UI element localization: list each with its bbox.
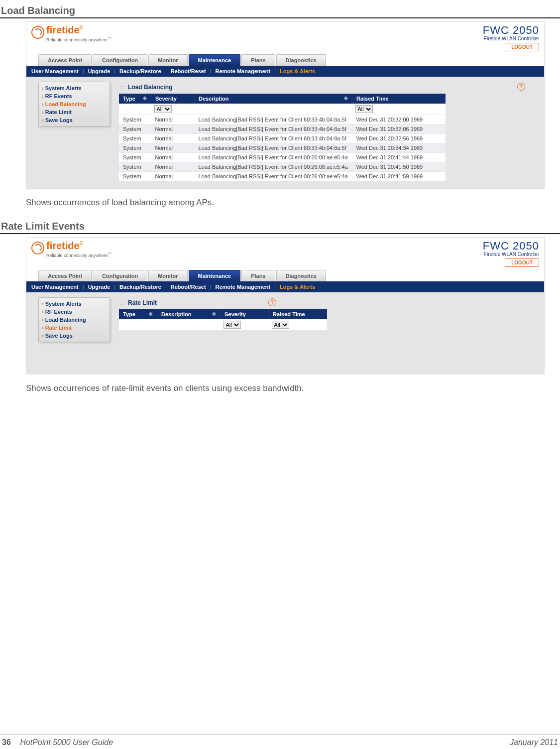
tab-configuration[interactable]: Configuration bbox=[93, 54, 147, 66]
subnav-remote-management[interactable]: Remote Management bbox=[216, 68, 271, 74]
side-system-alerts[interactable]: System Alerts bbox=[42, 84, 107, 92]
swirl-icon bbox=[31, 26, 44, 39]
help-icon[interactable]: ? bbox=[268, 298, 276, 306]
side-rf-events[interactable]: RF Events bbox=[42, 308, 107, 316]
side-load-balancing[interactable]: Load Balancing bbox=[42, 316, 107, 324]
subnav-backup-restore[interactable]: Backup/Restore bbox=[119, 284, 161, 290]
tab-access-point[interactable]: Access Point bbox=[38, 270, 92, 281]
time-filter[interactable]: All bbox=[355, 105, 373, 113]
subnav-logs-alerts[interactable]: Logs & Alerts bbox=[280, 68, 315, 74]
col-raised-time[interactable]: Raised Time bbox=[352, 94, 446, 104]
tab-monitor[interactable]: Monitor bbox=[148, 54, 187, 66]
brand-block: FWC 2050 Firetide WLAN Controller LOGOUT bbox=[483, 241, 539, 267]
tab-maintenance[interactable]: Maintenance bbox=[189, 54, 241, 66]
side-rate-limit[interactable]: Rate Limit bbox=[42, 108, 107, 116]
side-menu: System Alerts RF Events Load Balancing R… bbox=[38, 297, 110, 342]
tab-diagnostics[interactable]: Diagnostics bbox=[276, 270, 326, 281]
subnav-reboot-reset[interactable]: Reboot/Reset bbox=[171, 284, 206, 290]
col-raised-time[interactable]: Raised Time bbox=[269, 309, 327, 319]
section-title-load-balancing: Load Balancing bbox=[0, 3, 560, 18]
side-load-balancing[interactable]: Load Balancing bbox=[42, 100, 107, 108]
col-type[interactable]: Type◆ bbox=[119, 309, 157, 319]
events-table: Type◆ Severity Description◆ Raised Time … bbox=[119, 94, 446, 181]
severity-filter[interactable]: All bbox=[224, 321, 241, 329]
brand-subtitle: Firetide WLAN Controller bbox=[483, 251, 539, 257]
tab-monitor[interactable]: Monitor bbox=[148, 270, 187, 281]
col-description[interactable]: Description◆ bbox=[157, 309, 221, 319]
table-row: SystemNormalLoad Balancing[Bad RSSI] Eve… bbox=[119, 125, 446, 134]
tab-configuration[interactable]: Configuration bbox=[93, 270, 147, 281]
subnav-user-management[interactable]: User Management bbox=[31, 68, 79, 74]
swirl-icon bbox=[31, 242, 44, 254]
section-title-rate-limit: Rate Limit Events bbox=[0, 219, 560, 234]
brand-subtitle: Firetide WLAN Controller bbox=[483, 36, 539, 41]
col-description[interactable]: Description◆ bbox=[195, 94, 352, 104]
tab-plans[interactable]: Plans bbox=[241, 54, 275, 66]
subnav-reboot-reset[interactable]: Reboot/Reset bbox=[171, 68, 206, 74]
col-severity[interactable]: Severity bbox=[151, 94, 195, 104]
side-rf-events[interactable]: RF Events bbox=[42, 92, 107, 100]
logo: firetide® Reliable connectivity anywhere… bbox=[31, 25, 112, 42]
subnav-remote-management[interactable]: Remote Management bbox=[216, 284, 271, 290]
severity-filter[interactable]: All bbox=[154, 105, 172, 113]
caption-rate-limit: Shows occurrences of rate-limit events o… bbox=[0, 378, 560, 393]
col-type[interactable]: Type◆ bbox=[119, 94, 151, 104]
logo: firetide® Reliable connectivity anywhere… bbox=[31, 241, 112, 258]
events-table: Type◆ Description◆ Severity Raised Time … bbox=[119, 309, 327, 331]
page-number: 36 bbox=[2, 738, 11, 747]
logout-button[interactable]: LOGOUT bbox=[505, 258, 539, 267]
logo-tagline: Reliable connectivity anywhere™ bbox=[46, 251, 112, 258]
brand-model: FWC 2050 bbox=[483, 25, 539, 36]
panel-title: Rate Limit ? bbox=[119, 297, 544, 309]
screenshot-rate-limit: firetide® Reliable connectivity anywhere… bbox=[26, 237, 545, 374]
tab-plans[interactable]: Plans bbox=[241, 270, 275, 281]
tab-access-point[interactable]: Access Point bbox=[38, 54, 92, 66]
side-save-logs[interactable]: Save Logs bbox=[42, 116, 107, 124]
tab-maintenance[interactable]: Maintenance bbox=[189, 270, 241, 281]
time-filter[interactable]: All bbox=[272, 321, 289, 329]
subnav-upgrade[interactable]: Upgrade bbox=[88, 68, 111, 74]
subnav-logs-alerts[interactable]: Logs & Alerts bbox=[280, 284, 315, 290]
subnav-upgrade[interactable]: Upgrade bbox=[88, 284, 111, 290]
sub-nav: User Management| Upgrade| Backup/Restore… bbox=[26, 281, 544, 292]
subnav-backup-restore[interactable]: Backup/Restore bbox=[119, 68, 161, 74]
main-tabs: Access Point Configuration Monitor Maint… bbox=[26, 54, 544, 66]
tab-diagnostics[interactable]: Diagnostics bbox=[276, 54, 326, 66]
logo-text: firetide® bbox=[46, 241, 112, 250]
logo-tagline: Reliable connectivity anywhere™ bbox=[46, 36, 112, 42]
page-footer: 36 HotPoint 5000 User Guide January 2011 bbox=[0, 735, 560, 747]
subnav-user-management[interactable]: User Management bbox=[31, 284, 79, 290]
help-icon[interactable]: ? bbox=[517, 83, 525, 91]
table-row: SystemNormalLoad Balancing[Bad RSSI] Eve… bbox=[119, 143, 446, 153]
sub-nav: User Management| Upgrade| Backup/Restore… bbox=[26, 66, 544, 77]
brand-block: FWC 2050 Firetide WLAN Controller LOGOUT bbox=[483, 25, 539, 51]
main-tabs: Access Point Configuration Monitor Maint… bbox=[26, 270, 544, 281]
logout-button[interactable]: LOGOUT bbox=[505, 43, 539, 51]
table-row: SystemNormalLoad Balancing[Bad RSSI] Eve… bbox=[119, 162, 446, 172]
logo-text: firetide® bbox=[46, 25, 112, 35]
table-row: SystemNormalLoad Balancing[Bad RSSI] Eve… bbox=[119, 172, 446, 181]
guide-title: HotPoint 5000 User Guide bbox=[20, 738, 113, 747]
side-system-alerts[interactable]: System Alerts bbox=[42, 300, 107, 308]
table-row: SystemNormalLoad Balancing[Bad RSSI] Eve… bbox=[119, 153, 446, 162]
side-menu: System Alerts RF Events Load Balancing R… bbox=[38, 82, 110, 126]
panel-title: Load Balancing ? bbox=[119, 82, 544, 94]
caption-load-balancing: Shows occurrences of load balancing amon… bbox=[0, 193, 560, 208]
col-severity[interactable]: Severity bbox=[221, 309, 269, 319]
side-save-logs[interactable]: Save Logs bbox=[42, 332, 107, 340]
table-row: SystemNormalLoad Balancing[Bad RSSI] Eve… bbox=[119, 115, 446, 125]
brand-model: FWC 2050 bbox=[483, 241, 539, 251]
footer-date: January 2011 bbox=[510, 738, 558, 747]
side-rate-limit[interactable]: Rate Limit bbox=[42, 324, 107, 332]
table-row: SystemNormalLoad Balancing[Bad RSSI] Eve… bbox=[119, 134, 446, 143]
screenshot-load-balancing: firetide® Reliable connectivity anywhere… bbox=[26, 21, 545, 189]
